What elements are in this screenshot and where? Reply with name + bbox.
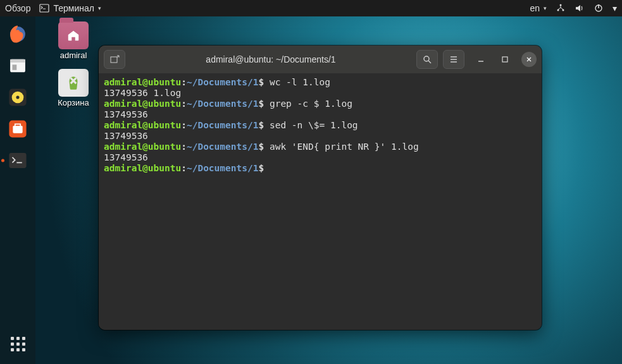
terminal-window: admiral@ubuntu: ~/Documents/1 admiral@ub… bbox=[99, 46, 542, 330]
activities-label: Обзор bbox=[5, 3, 30, 13]
svg-rect-16 bbox=[111, 57, 117, 63]
app-menu-label: Терминал bbox=[53, 3, 94, 13]
dock-app-files[interactable] bbox=[5, 53, 30, 78]
terminal-prompt-line: admiral@ubuntu:~/Documents/1$ wc -l 1.lo… bbox=[104, 77, 537, 88]
keyboard-layout-button[interactable]: en ▾ bbox=[530, 3, 547, 13]
desktop-trash-label: Корзина bbox=[58, 98, 89, 107]
svg-point-18 bbox=[424, 56, 429, 61]
svg-rect-8 bbox=[10, 59, 25, 63]
keyboard-layout-label: en bbox=[530, 3, 540, 13]
terminal-output-line: 13749536 bbox=[104, 131, 537, 142]
desktop-icons: admiral Корзина bbox=[51, 21, 96, 107]
network-icon[interactable] bbox=[556, 3, 566, 13]
terminal-output-line: 13749536 bbox=[104, 109, 537, 120]
trash-icon bbox=[58, 69, 89, 97]
maximize-button[interactable] bbox=[497, 52, 513, 67]
dock-app-rhythmbox[interactable] bbox=[5, 85, 30, 110]
dock bbox=[0, 16, 35, 364]
activities-button[interactable]: Обзор bbox=[5, 3, 30, 13]
desktop-trash[interactable]: Корзина bbox=[51, 69, 96, 107]
terminal-prompt-line: admiral@ubuntu:~/Documents/1$ bbox=[104, 163, 537, 174]
svg-rect-14 bbox=[13, 126, 22, 133]
terminal-output-line: 13749536 1.log bbox=[104, 88, 537, 99]
chevron-down-icon: ▾ bbox=[613, 3, 617, 13]
terminal-output[interactable]: admiral@ubuntu:~/Documents/1$ wc -l 1.lo… bbox=[99, 73, 542, 330]
svg-point-12 bbox=[16, 95, 19, 99]
chevron-down-icon: ▾ bbox=[98, 5, 101, 11]
top-panel: Обзор Терминал ▾ en ▾ ▾ bbox=[0, 0, 622, 16]
svg-rect-15 bbox=[9, 153, 26, 168]
svg-rect-9 bbox=[13, 64, 17, 70]
dock-app-software[interactable] bbox=[5, 116, 30, 142]
dock-app-terminal[interactable] bbox=[5, 148, 30, 173]
svg-rect-0 bbox=[40, 4, 49, 12]
minimize-button[interactable] bbox=[473, 52, 488, 67]
svg-rect-24 bbox=[502, 57, 507, 62]
search-button[interactable] bbox=[416, 50, 438, 69]
terminal-titlebar[interactable]: admiral@ubuntu: ~/Documents/1 bbox=[99, 46, 542, 73]
show-applications-button[interactable] bbox=[5, 331, 30, 356]
app-menu-button[interactable]: Терминал ▾ bbox=[39, 3, 101, 13]
terminal-prompt-line: admiral@ubuntu:~/Documents/1$ sed -n \$=… bbox=[104, 120, 537, 131]
desktop-folder-admiral[interactable]: admiral bbox=[51, 21, 96, 60]
chevron-down-icon: ▾ bbox=[544, 5, 547, 11]
folder-icon bbox=[58, 21, 89, 49]
terminal-prompt-line: admiral@ubuntu:~/Documents/1$ grep -c $ … bbox=[104, 99, 537, 109]
volume-icon[interactable] bbox=[575, 3, 585, 13]
new-tab-button[interactable] bbox=[104, 50, 125, 69]
close-button[interactable] bbox=[521, 52, 537, 67]
dock-app-firefox[interactable] bbox=[5, 21, 30, 47]
terminal-title: admiral@ubuntu: ~/Documents/1 bbox=[130, 54, 411, 64]
terminal-prompt-line: admiral@ubuntu:~/Documents/1$ awk 'END{ … bbox=[104, 142, 537, 152]
desktop-folder-label: admiral bbox=[60, 51, 87, 60]
hamburger-menu-button[interactable] bbox=[443, 50, 464, 69]
power-icon[interactable] bbox=[594, 3, 604, 13]
terminal-icon bbox=[39, 3, 49, 13]
terminal-output-line: 13749536 bbox=[104, 152, 537, 163]
svg-line-19 bbox=[428, 61, 431, 63]
